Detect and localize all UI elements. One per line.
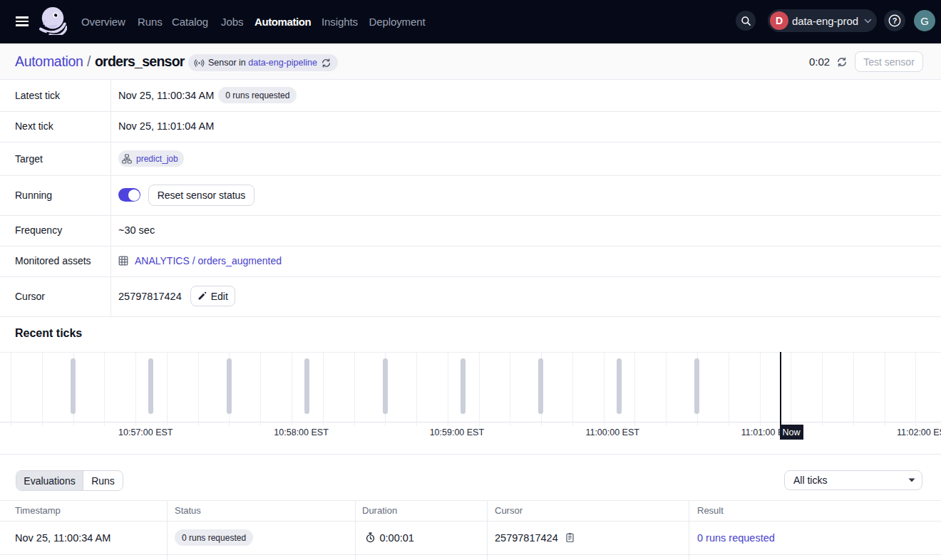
- svg-text:?: ?: [893, 16, 898, 25]
